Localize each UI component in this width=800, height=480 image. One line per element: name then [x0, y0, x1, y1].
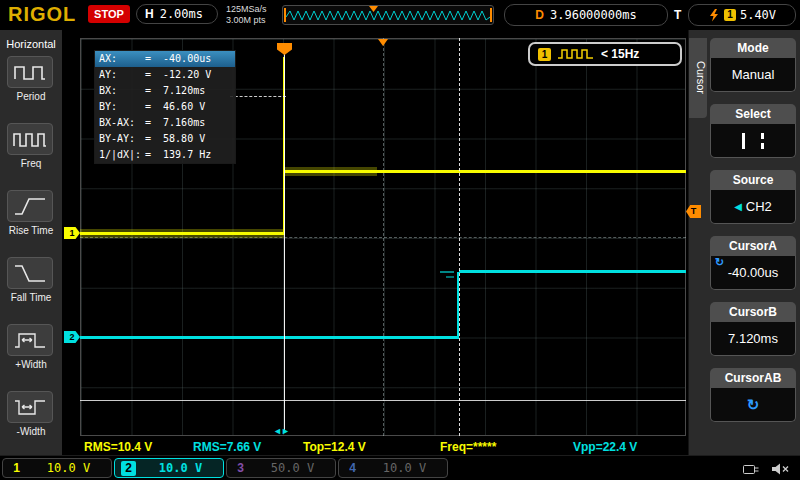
h-label: H [145, 7, 154, 21]
cursor-row-by: BY:= 46.60 V [95, 99, 235, 115]
horizontal-measure-sidebar: Horizontal Period Freq Rise Time Fall Ti… [0, 30, 62, 455]
cursor-row-bxax: BX-AX:= 7.160ms [95, 115, 235, 131]
cursor-row-byay: BY-AY:= 58.80 V [95, 131, 235, 147]
channel-2-box[interactable]: 2 10.0 V [114, 458, 224, 478]
speaker-muted-icon [770, 461, 790, 477]
ch2-trace-low [80, 336, 459, 339]
trigger-channel-badge: 1 [538, 48, 551, 61]
measurement-vpp-ch2: Vpp=22.4 V [573, 440, 637, 454]
trigger-source-badge: 1 [724, 9, 736, 21]
sidebar-item-period[interactable]: Period [7, 56, 55, 102]
menu-item-cursor-ab[interactable]: CursorAB ↻ [710, 368, 796, 422]
delay-value: 3.96000000ms [550, 8, 637, 22]
d-label: D [535, 8, 544, 22]
cursor-readout-panel: AX:= -40.00us AY:= -12.20 V BX:= 7.120ms… [94, 50, 236, 164]
lightning-icon [708, 8, 720, 23]
menu-item-cursor-b[interactable]: CursorB 7.120ms [710, 302, 796, 356]
channel-status-bar: 1 10.0 V 2 10.0 V 3 50.0 V 4 10.0 V [0, 455, 800, 480]
cursor-b-value: 7.120ms [728, 331, 778, 346]
cursor-row-ay: AY:= -12.20 V [95, 67, 235, 83]
cursor-a-bar-icon [742, 133, 745, 149]
ch2-trace-pre-noise [440, 271, 454, 273]
ch1-ground-marker[interactable]: 1 [64, 227, 80, 239]
cursor-horizontal-line-high [230, 96, 286, 97]
cursor-b-line[interactable] [459, 38, 460, 436]
rotate-icon: ↻ [715, 256, 724, 269]
ch2-trace-high [459, 270, 686, 273]
cursor-a-value: -40.00us [728, 265, 779, 280]
cursor-b-bar-icon [761, 133, 764, 149]
preview-right-bracket-icon [490, 8, 492, 22]
measurement-rms-ch2: RMS=7.66 V [193, 440, 261, 454]
usb-icon [742, 461, 762, 477]
cursor-menu-sidebar: Cursor Mode Manual Select Source ◀ CH2 C… [688, 30, 800, 455]
rotate-icon: ↻ [747, 396, 760, 414]
oscilloscope-screen: RIGOL STOP H 2.00ms 125MSa/s 3.00M pts D… [0, 0, 800, 480]
plus-width-icon [7, 324, 53, 356]
fall-time-icon [7, 257, 53, 289]
measurement-freq: Freq=***** [440, 440, 496, 454]
sidebar-item-minus-width[interactable]: -Width [7, 391, 55, 437]
sidebar-item-plus-width[interactable]: +Width [7, 324, 55, 370]
menu-tab-cursor[interactable]: Cursor [689, 38, 707, 118]
ch2-ground-marker[interactable]: 2 [64, 331, 80, 343]
menu-item-cursor-a[interactable]: CursorA ↻ -40.00us [710, 236, 796, 290]
preview-wave-icon [284, 7, 492, 25]
minus-width-icon [7, 391, 53, 423]
preview-left-bracket-icon [284, 8, 286, 22]
cursor-horizontal-line-low [80, 400, 686, 401]
freq-icon [7, 123, 53, 155]
channel-2-scale: 10.0 V [144, 461, 217, 475]
timebase-value: 2.00ms [160, 7, 203, 21]
delay-readout[interactable]: D 3.96000000ms [504, 4, 668, 26]
source-left-arrow-icon: ◀ [734, 201, 742, 212]
channel-2-badge: 2 [121, 461, 136, 476]
menu-item-source[interactable]: Source ◀ CH2 [710, 170, 796, 224]
acquisition-info: 125MSa/s 3.00M pts [226, 4, 267, 26]
mode-value: Manual [732, 67, 775, 82]
channel-4-box[interactable]: 4 10.0 V [338, 458, 448, 478]
measurement-rms-ch1: RMS=10.4 V [84, 440, 152, 454]
memory-depth: 3.00M pts [226, 15, 267, 26]
period-icon [7, 56, 53, 88]
ch2-trace-pre-noise [446, 276, 454, 278]
cursor-a-drag-arrows-icon[interactable]: ◄► [273, 426, 289, 436]
channel-3-badge: 3 [233, 461, 248, 476]
rigol-logo: RIGOL [8, 3, 76, 26]
source-value: CH2 [746, 199, 772, 214]
trigger-readout[interactable]: 1 5.40V [688, 4, 796, 26]
cursor-row-inv-dx: 1/|dX|:= 139.7 Hz [95, 147, 235, 163]
waveform-display: ◄► 1 2 T AX:= -40.00us AY:= -12.20 V BX:… [62, 30, 688, 455]
channel-1-badge: 1 [9, 461, 24, 476]
trigger-level-value: 5.40V [740, 8, 776, 22]
sidebar-item-rise-time[interactable]: Rise Time [7, 190, 55, 236]
measurement-top-ch1: Top=12.4 V [303, 440, 366, 454]
ch1-trace-low [80, 232, 284, 235]
sidebar-item-fall-time[interactable]: Fall Time [7, 257, 55, 303]
ch1-trace-high [285, 170, 686, 173]
channel-3-scale: 50.0 V [256, 461, 329, 475]
channel-3-box[interactable]: 3 50.0 V [226, 458, 336, 478]
horizontal-timebase-readout[interactable]: H 2.00ms [136, 4, 218, 24]
channel-1-scale: 10.0 V [32, 461, 105, 475]
trigger-frequency-value: < 15Hz [601, 47, 639, 61]
rise-time-icon [7, 190, 53, 222]
pulse-train-icon [557, 47, 595, 61]
sidebar-item-freq[interactable]: Freq [7, 123, 55, 169]
waveform-preview[interactable] [282, 5, 494, 25]
t-label: T [674, 8, 681, 22]
channel-1-box[interactable]: 1 10.0 V [2, 458, 112, 478]
cursor-row-bx: BX:= 7.120ms [95, 83, 235, 99]
menu-item-select[interactable]: Select [710, 104, 796, 158]
sidebar-title: Horizontal [0, 38, 62, 50]
cursor-row-ax: AX:= -40.00us [95, 51, 235, 67]
sample-rate: 125MSa/s [226, 4, 267, 15]
menu-item-mode[interactable]: Mode Manual [710, 38, 796, 92]
run-state-badge[interactable]: STOP [88, 5, 130, 23]
trigger-frequency-badge: 1 < 15Hz [528, 42, 682, 66]
channel-4-scale: 10.0 V [368, 461, 441, 475]
cursor-a-line[interactable] [284, 48, 285, 433]
cursor-lines-icon [710, 124, 796, 158]
channel-4-badge: 4 [345, 461, 360, 476]
top-status-bar: RIGOL STOP H 2.00ms 125MSa/s 3.00M pts D… [0, 0, 800, 30]
